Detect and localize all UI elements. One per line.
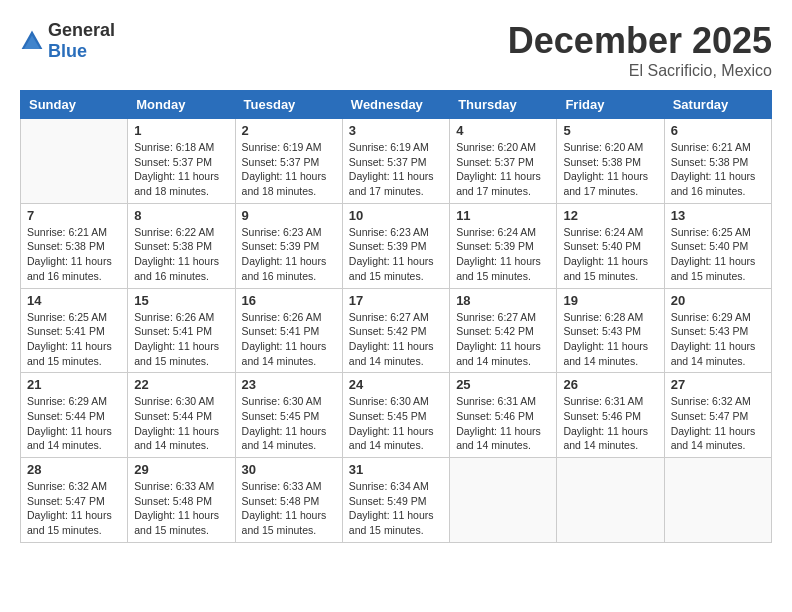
day-info: Sunrise: 6:33 AM Sunset: 5:48 PM Dayligh… (242, 479, 336, 538)
calendar-cell: 1Sunrise: 6:18 AM Sunset: 5:37 PM Daylig… (128, 119, 235, 204)
calendar-cell: 31Sunrise: 6:34 AM Sunset: 5:49 PM Dayli… (342, 458, 449, 543)
day-number: 8 (134, 208, 228, 223)
calendar-cell: 23Sunrise: 6:30 AM Sunset: 5:45 PM Dayli… (235, 373, 342, 458)
day-info: Sunrise: 6:23 AM Sunset: 5:39 PM Dayligh… (349, 225, 443, 284)
day-number: 26 (563, 377, 657, 392)
day-number: 23 (242, 377, 336, 392)
day-number: 21 (27, 377, 121, 392)
day-number: 17 (349, 293, 443, 308)
day-number: 24 (349, 377, 443, 392)
calendar-cell: 30Sunrise: 6:33 AM Sunset: 5:48 PM Dayli… (235, 458, 342, 543)
day-number: 1 (134, 123, 228, 138)
day-number: 14 (27, 293, 121, 308)
title-block: December 2025 El Sacrificio, Mexico (508, 20, 772, 80)
day-number: 29 (134, 462, 228, 477)
day-info: Sunrise: 6:19 AM Sunset: 5:37 PM Dayligh… (349, 140, 443, 199)
day-number: 16 (242, 293, 336, 308)
calendar-cell: 28Sunrise: 6:32 AM Sunset: 5:47 PM Dayli… (21, 458, 128, 543)
day-info: Sunrise: 6:30 AM Sunset: 5:44 PM Dayligh… (134, 394, 228, 453)
day-number: 27 (671, 377, 765, 392)
day-info: Sunrise: 6:31 AM Sunset: 5:46 PM Dayligh… (456, 394, 550, 453)
calendar-header-saturday: Saturday (664, 91, 771, 119)
day-number: 20 (671, 293, 765, 308)
day-number: 18 (456, 293, 550, 308)
day-number: 2 (242, 123, 336, 138)
calendar-week-1: 1Sunrise: 6:18 AM Sunset: 5:37 PM Daylig… (21, 119, 772, 204)
day-number: 19 (563, 293, 657, 308)
calendar-cell (21, 119, 128, 204)
calendar-cell: 7Sunrise: 6:21 AM Sunset: 5:38 PM Daylig… (21, 203, 128, 288)
calendar-header-sunday: Sunday (21, 91, 128, 119)
calendar-header-wednesday: Wednesday (342, 91, 449, 119)
calendar-cell: 16Sunrise: 6:26 AM Sunset: 5:41 PM Dayli… (235, 288, 342, 373)
day-number: 11 (456, 208, 550, 223)
day-number: 13 (671, 208, 765, 223)
day-number: 12 (563, 208, 657, 223)
calendar-cell: 5Sunrise: 6:20 AM Sunset: 5:38 PM Daylig… (557, 119, 664, 204)
day-number: 28 (27, 462, 121, 477)
day-info: Sunrise: 6:34 AM Sunset: 5:49 PM Dayligh… (349, 479, 443, 538)
calendar-cell: 26Sunrise: 6:31 AM Sunset: 5:46 PM Dayli… (557, 373, 664, 458)
day-number: 25 (456, 377, 550, 392)
calendar-cell: 4Sunrise: 6:20 AM Sunset: 5:37 PM Daylig… (450, 119, 557, 204)
calendar-week-2: 7Sunrise: 6:21 AM Sunset: 5:38 PM Daylig… (21, 203, 772, 288)
day-info: Sunrise: 6:29 AM Sunset: 5:44 PM Dayligh… (27, 394, 121, 453)
calendar-week-3: 14Sunrise: 6:25 AM Sunset: 5:41 PM Dayli… (21, 288, 772, 373)
month-title: December 2025 (508, 20, 772, 62)
calendar-cell: 9Sunrise: 6:23 AM Sunset: 5:39 PM Daylig… (235, 203, 342, 288)
calendar-cell (450, 458, 557, 543)
calendar-header-friday: Friday (557, 91, 664, 119)
day-number: 5 (563, 123, 657, 138)
calendar-cell: 15Sunrise: 6:26 AM Sunset: 5:41 PM Dayli… (128, 288, 235, 373)
day-info: Sunrise: 6:32 AM Sunset: 5:47 PM Dayligh… (27, 479, 121, 538)
day-info: Sunrise: 6:27 AM Sunset: 5:42 PM Dayligh… (349, 310, 443, 369)
calendar-table: SundayMondayTuesdayWednesdayThursdayFrid… (20, 90, 772, 543)
calendar-cell: 25Sunrise: 6:31 AM Sunset: 5:46 PM Dayli… (450, 373, 557, 458)
day-info: Sunrise: 6:23 AM Sunset: 5:39 PM Dayligh… (242, 225, 336, 284)
day-info: Sunrise: 6:24 AM Sunset: 5:39 PM Dayligh… (456, 225, 550, 284)
location-title: El Sacrificio, Mexico (508, 62, 772, 80)
calendar-cell: 8Sunrise: 6:22 AM Sunset: 5:38 PM Daylig… (128, 203, 235, 288)
calendar-cell: 17Sunrise: 6:27 AM Sunset: 5:42 PM Dayli… (342, 288, 449, 373)
day-number: 10 (349, 208, 443, 223)
day-info: Sunrise: 6:22 AM Sunset: 5:38 PM Dayligh… (134, 225, 228, 284)
day-info: Sunrise: 6:29 AM Sunset: 5:43 PM Dayligh… (671, 310, 765, 369)
calendar-cell: 19Sunrise: 6:28 AM Sunset: 5:43 PM Dayli… (557, 288, 664, 373)
logo: General Blue (20, 20, 115, 62)
day-number: 9 (242, 208, 336, 223)
logo-general: General (48, 20, 115, 40)
calendar-header-monday: Monday (128, 91, 235, 119)
day-info: Sunrise: 6:20 AM Sunset: 5:37 PM Dayligh… (456, 140, 550, 199)
calendar-cell: 12Sunrise: 6:24 AM Sunset: 5:40 PM Dayli… (557, 203, 664, 288)
calendar-header-row: SundayMondayTuesdayWednesdayThursdayFrid… (21, 91, 772, 119)
calendar-cell: 14Sunrise: 6:25 AM Sunset: 5:41 PM Dayli… (21, 288, 128, 373)
day-number: 22 (134, 377, 228, 392)
calendar-cell: 18Sunrise: 6:27 AM Sunset: 5:42 PM Dayli… (450, 288, 557, 373)
day-info: Sunrise: 6:21 AM Sunset: 5:38 PM Dayligh… (671, 140, 765, 199)
calendar-cell: 22Sunrise: 6:30 AM Sunset: 5:44 PM Dayli… (128, 373, 235, 458)
day-info: Sunrise: 6:20 AM Sunset: 5:38 PM Dayligh… (563, 140, 657, 199)
day-info: Sunrise: 6:26 AM Sunset: 5:41 PM Dayligh… (134, 310, 228, 369)
day-info: Sunrise: 6:21 AM Sunset: 5:38 PM Dayligh… (27, 225, 121, 284)
day-info: Sunrise: 6:27 AM Sunset: 5:42 PM Dayligh… (456, 310, 550, 369)
day-number: 30 (242, 462, 336, 477)
day-number: 6 (671, 123, 765, 138)
day-info: Sunrise: 6:26 AM Sunset: 5:41 PM Dayligh… (242, 310, 336, 369)
calendar-cell: 13Sunrise: 6:25 AM Sunset: 5:40 PM Dayli… (664, 203, 771, 288)
day-info: Sunrise: 6:25 AM Sunset: 5:40 PM Dayligh… (671, 225, 765, 284)
day-info: Sunrise: 6:18 AM Sunset: 5:37 PM Dayligh… (134, 140, 228, 199)
day-info: Sunrise: 6:33 AM Sunset: 5:48 PM Dayligh… (134, 479, 228, 538)
calendar-cell: 29Sunrise: 6:33 AM Sunset: 5:48 PM Dayli… (128, 458, 235, 543)
calendar-cell: 10Sunrise: 6:23 AM Sunset: 5:39 PM Dayli… (342, 203, 449, 288)
calendar-cell: 11Sunrise: 6:24 AM Sunset: 5:39 PM Dayli… (450, 203, 557, 288)
calendar-header-tuesday: Tuesday (235, 91, 342, 119)
calendar-cell: 24Sunrise: 6:30 AM Sunset: 5:45 PM Dayli… (342, 373, 449, 458)
logo-blue: Blue (48, 41, 87, 61)
day-info: Sunrise: 6:25 AM Sunset: 5:41 PM Dayligh… (27, 310, 121, 369)
day-info: Sunrise: 6:28 AM Sunset: 5:43 PM Dayligh… (563, 310, 657, 369)
day-info: Sunrise: 6:32 AM Sunset: 5:47 PM Dayligh… (671, 394, 765, 453)
day-info: Sunrise: 6:24 AM Sunset: 5:40 PM Dayligh… (563, 225, 657, 284)
day-info: Sunrise: 6:31 AM Sunset: 5:46 PM Dayligh… (563, 394, 657, 453)
day-number: 15 (134, 293, 228, 308)
calendar-header-thursday: Thursday (450, 91, 557, 119)
